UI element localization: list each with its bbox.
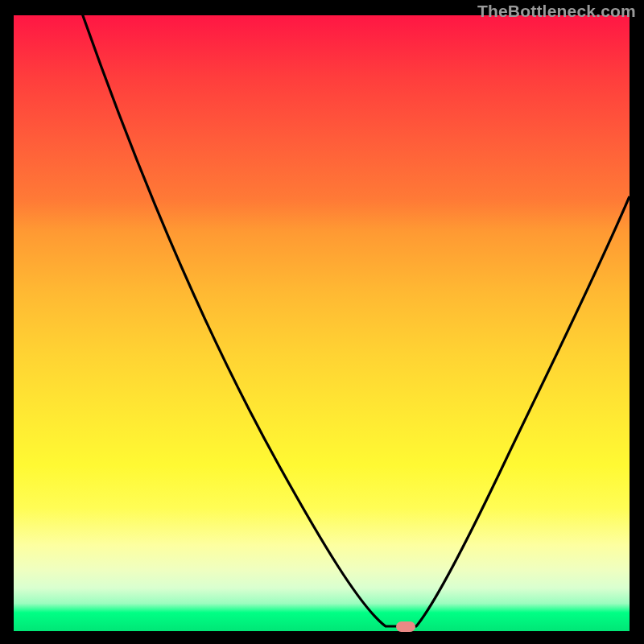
chart-frame: TheBottleneck.com bbox=[0, 0, 644, 644]
bottleneck-curve bbox=[14, 15, 630, 631]
minimum-marker bbox=[396, 621, 415, 632]
curve-path bbox=[66, 15, 630, 626]
watermark-text: TheBottleneck.com bbox=[477, 2, 636, 21]
